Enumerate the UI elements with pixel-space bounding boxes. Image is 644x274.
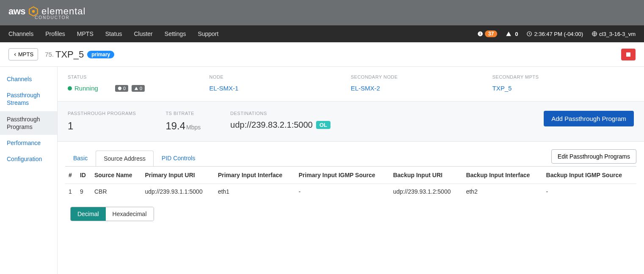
title-name: TXP_5 bbox=[55, 49, 84, 60]
col-primary-interface: Primary Input Interface bbox=[215, 167, 295, 184]
sidebar-item-performance[interactable]: Performance bbox=[0, 135, 57, 151]
secondary-mpts-label: SECONDARY MPTS bbox=[493, 74, 634, 79]
node-label: NODE bbox=[209, 74, 351, 79]
status-warn-badge[interactable]: 0 bbox=[132, 85, 145, 92]
bitrate-label: TS BITRATE bbox=[165, 111, 201, 116]
title-index: 75. bbox=[45, 51, 54, 58]
sidebar-item-passthrough-streams[interactable]: Passthrough Streams bbox=[0, 87, 57, 111]
toggle-hexadecimal[interactable]: Hexadecimal bbox=[106, 207, 154, 221]
col-source-name: Source Name bbox=[91, 167, 142, 184]
programs-label: PASSTHROUGH PROGRAMS bbox=[68, 111, 136, 116]
nav-support[interactable]: Support bbox=[198, 30, 218, 37]
status-label: STATUS bbox=[68, 74, 209, 79]
secondary-node-label: SECONDARY NODE bbox=[351, 74, 493, 79]
status-row: STATUS Running 0 0 bbox=[58, 67, 644, 101]
svg-marker-4 bbox=[506, 32, 511, 36]
col-backup-uri: Backup Input URI bbox=[390, 167, 462, 184]
nav-profiles[interactable]: Profiles bbox=[45, 30, 65, 37]
svg-marker-8 bbox=[135, 87, 138, 90]
svg-text:i: i bbox=[480, 32, 481, 36]
toggle-decimal[interactable]: Decimal bbox=[71, 207, 106, 221]
nav-info-badge[interactable]: i 37 bbox=[477, 30, 497, 37]
brand-aws-text: aws bbox=[8, 6, 25, 17]
tabs-wrap: Basic Source Address PID Controls Edit P… bbox=[58, 142, 644, 231]
nav-time: 2:36:47 PM (-04:00) bbox=[534, 31, 583, 37]
sidebar-item-configuration[interactable]: Configuration bbox=[0, 151, 57, 167]
warning-icon bbox=[506, 31, 512, 37]
nav-cluster[interactable]: Cluster bbox=[134, 30, 152, 37]
dest-ol-tag: OL bbox=[316, 121, 330, 129]
nav-warn-badge[interactable]: 0 bbox=[506, 31, 518, 37]
tabbar: Basic Source Address PID Controls Edit P… bbox=[65, 149, 636, 167]
stop-button[interactable] bbox=[621, 49, 636, 60]
navbar: Channels Profiles MPTS Status Cluster Se… bbox=[0, 25, 644, 42]
edit-passthrough-programs-button[interactable]: Edit Passthrough Programs bbox=[551, 149, 636, 164]
bitrate-value: 19.4Mbps bbox=[165, 120, 201, 132]
status-dot-icon bbox=[68, 86, 72, 90]
sidebar-item-channels[interactable]: Channels bbox=[0, 71, 57, 87]
svg-point-7 bbox=[118, 86, 121, 90]
table-row[interactable]: 1 9 CBR udp://239.93.1.1:5000 eth1 - udp… bbox=[65, 184, 636, 200]
col-primary-igmp: Primary Input IGMP Source bbox=[295, 167, 390, 184]
col-num: # bbox=[65, 167, 77, 184]
stop-icon bbox=[626, 52, 630, 57]
clock-icon bbox=[526, 31, 532, 37]
primary-tag: primary bbox=[87, 51, 114, 58]
secondary-node-link[interactable]: EL-SMX-2 bbox=[351, 85, 493, 92]
status-running: Running bbox=[68, 85, 98, 92]
secondary-mpts-link[interactable]: TXP_5 bbox=[493, 85, 634, 92]
nav-status[interactable]: Status bbox=[105, 30, 122, 37]
brand-subtitle: CONDUCTOR bbox=[35, 15, 85, 20]
nav-channels[interactable]: Channels bbox=[8, 30, 33, 37]
titlebar: MPTS 75. TXP_5 primary bbox=[0, 42, 644, 67]
nav-clock: 2:36:47 PM (-04:00) bbox=[526, 31, 583, 37]
tab-source-address[interactable]: Source Address bbox=[96, 151, 154, 166]
tab-pid-controls[interactable]: PID Controls bbox=[154, 150, 203, 166]
nav-settings[interactable]: Settings bbox=[165, 30, 186, 37]
status-info-badge[interactable]: 0 bbox=[115, 85, 128, 92]
globe-icon bbox=[592, 31, 597, 37]
programs-value: 1 bbox=[68, 120, 136, 132]
summary-row: PASSTHROUGH PROGRAMS 1 TS BITRATE 19.4Mb… bbox=[58, 101, 644, 142]
sidebar: Channels Passthrough Streams Passthrough… bbox=[0, 67, 58, 274]
svg-point-1 bbox=[32, 10, 35, 13]
back-button[interactable]: MPTS bbox=[8, 48, 38, 60]
dest-label: DESTINATIONS bbox=[230, 111, 330, 116]
nav-host[interactable]: cl3_3-16-3_vm bbox=[592, 31, 636, 37]
nav-host-name: cl3_3-16-3_vm bbox=[599, 31, 636, 37]
col-id: ID bbox=[77, 167, 91, 184]
warning-icon bbox=[134, 86, 138, 90]
node-link[interactable]: EL-SMX-1 bbox=[209, 85, 351, 92]
col-primary-uri: Primary Input URI bbox=[141, 167, 214, 184]
dest-value: udp://239.83.2.1:5000 OL bbox=[230, 120, 330, 130]
chevron-left-icon bbox=[13, 52, 17, 57]
add-passthrough-program-button[interactable]: Add Passthrough Program bbox=[544, 111, 634, 126]
col-backup-igmp: Backup Input IGMP Source bbox=[543, 167, 636, 184]
format-toggle: Decimal Hexadecimal bbox=[70, 207, 154, 221]
col-backup-interface: Backup Input Interface bbox=[462, 167, 542, 184]
info-icon: i bbox=[477, 31, 483, 37]
sidebar-item-passthrough-programs[interactable]: Passthrough Programs bbox=[0, 111, 57, 135]
programs-table: # ID Source Name Primary Input URI Prima… bbox=[65, 167, 636, 199]
info-icon bbox=[118, 86, 122, 90]
content: STATUS Running 0 0 bbox=[58, 67, 644, 274]
nav-mpts[interactable]: MPTS bbox=[77, 30, 94, 37]
tab-basic[interactable]: Basic bbox=[65, 150, 96, 166]
brand-header: aws elemental CONDUCTOR bbox=[0, 0, 644, 25]
nav-items: Channels Profiles MPTS Status Cluster Se… bbox=[8, 30, 218, 37]
